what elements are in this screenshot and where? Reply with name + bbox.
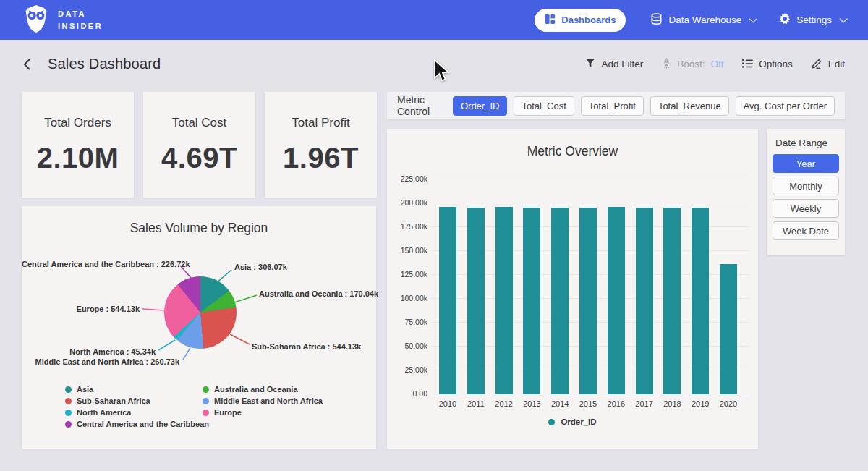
legend-dot-icon [203, 398, 209, 404]
nav-settings-menu[interactable]: Settings [779, 13, 845, 27]
sales-volume-pie-card: Sales Volume by Region Asia : 306.07kAus… [22, 206, 376, 449]
legend-dot-icon [203, 386, 209, 393]
brand: DATA INSIDER [23, 4, 103, 36]
kpi-label: Total Orders [44, 116, 111, 130]
bar-2011[interactable] [467, 208, 485, 394]
kpi-label: Total Profit [292, 116, 349, 130]
y-axis-tick: 75.00k [388, 318, 427, 326]
pie-legend-item: Asia [65, 385, 93, 394]
x-axis-tick: 2016 [600, 399, 632, 408]
pie-slice-label: Europe : 544.13k [22, 305, 140, 313]
boost-toggle[interactable]: Boost: Off [662, 58, 723, 71]
x-axis-tick: 2012 [488, 399, 520, 408]
options-button[interactable]: Options [742, 59, 793, 70]
kpi-card: Total Profit1.96T [265, 92, 377, 198]
bar-2016[interactable] [608, 207, 625, 394]
page-title: Sales Dashboard [48, 56, 161, 72]
bar-chart-title: Metric Overview [387, 144, 758, 159]
date-range-option-year[interactable]: Year [773, 154, 839, 173]
metric-option-avg-cost-per-order[interactable]: Avg. Cost per Order [736, 96, 835, 116]
filter-funnel-icon [585, 58, 595, 70]
owl-logo-icon [23, 4, 49, 36]
metric-overview-bar-card: Metric Overview 0.0025.00k50.00k75.00k10… [387, 129, 758, 449]
metric-option-total-profit[interactable]: Total_Profit [581, 96, 644, 116]
date-range-option-weekly[interactable]: Weekly [773, 199, 839, 218]
bar-2013[interactable] [523, 208, 540, 394]
bar-2017[interactable] [636, 208, 653, 394]
rocket-icon [662, 58, 671, 71]
metric-control-label: Metric Control [397, 94, 443, 117]
x-axis-tick: 2010 [432, 399, 464, 408]
database-icon [650, 13, 663, 27]
chevron-down-icon [749, 14, 757, 22]
legend-dot-icon [548, 419, 555, 425]
bar-2019[interactable] [692, 208, 709, 394]
x-axis-tick: 2015 [572, 399, 604, 408]
bar-chart-plot-area: 0.0025.00k50.00k75.00k100.00k125.00k150.… [432, 169, 749, 394]
date-range-panel: Date Range YearMonthlyWeeklyWeek Date [767, 129, 845, 255]
y-axis-tick: 200.00k [388, 198, 427, 207]
dashboard-grid-icon [545, 14, 556, 27]
pie-slice-label: Central America and the Caribbean : 226.… [22, 260, 174, 268]
kpi-label: Total Cost [172, 116, 227, 130]
edit-button[interactable]: Edit [812, 58, 845, 71]
date-range-label: Date Range [775, 137, 839, 148]
bar-chart-legend: Order_ID [387, 417, 758, 426]
pie-chart[interactable] [164, 276, 237, 349]
add-filter-button[interactable]: Add Filter [585, 58, 643, 70]
date-range-option-monthly[interactable]: Monthly [773, 177, 839, 195]
pie-legend-item: Sub-Saharan Africa [65, 396, 150, 405]
metric-option-total-cost[interactable]: Total_Cost [514, 96, 574, 116]
gridline [432, 203, 749, 203]
list-options-icon [742, 59, 753, 70]
metric-option-total-revenue[interactable]: Total_Revenue [650, 96, 729, 116]
pie-slice-label: Australia and Oceania : 170.04k [259, 289, 378, 298]
nav-data-warehouse-menu[interactable]: Data Warehouse [650, 13, 754, 27]
boost-state: Off [710, 59, 723, 69]
pie-slice-label: North America : 45.34k [22, 347, 156, 356]
legend-label: Order_ID [561, 417, 596, 426]
y-axis-tick: 50.00k [388, 341, 427, 350]
y-axis-tick: 100.00k [388, 294, 427, 302]
x-axis-tick: 2011 [460, 399, 492, 408]
x-axis-tick: 2019 [684, 399, 716, 408]
top-navbar: DATA INSIDER Dashboards Da [0, 0, 868, 40]
x-axis-tick: 2017 [629, 399, 660, 408]
x-axis-tick: 2020 [712, 399, 744, 408]
chevron-down-icon [839, 14, 847, 22]
pie-legend-item: Middle East and North Africa [203, 396, 323, 405]
pie-legend-item: Central America and the Caribbean [65, 420, 209, 428]
y-axis-tick: 175.00k [388, 222, 427, 231]
metric-option-order-id[interactable]: Order_ID [453, 96, 507, 116]
brand-name: DATA INSIDER [58, 8, 103, 32]
bar-2020[interactable] [720, 264, 737, 394]
pencil-icon [812, 58, 822, 71]
pie-legend-item: North America [65, 408, 131, 417]
back-button[interactable] [23, 58, 32, 71]
x-axis-tick: 2013 [516, 399, 548, 408]
kpi-card: Total Orders2.10M [22, 92, 134, 198]
y-axis-tick: 0.00 [388, 389, 427, 398]
y-axis-tick: 225.00k [388, 174, 427, 183]
x-axis-tick: 2018 [656, 399, 688, 408]
legend-dot-icon [65, 410, 72, 416]
kpi-value: 4.69T [161, 142, 237, 174]
y-axis-tick: 25.00k [388, 365, 427, 374]
gear-icon [779, 13, 791, 27]
bar-2018[interactable] [663, 208, 681, 394]
kpi-value: 2.10M [37, 142, 119, 174]
pie-chart-title: Sales Volume by Region [22, 221, 376, 236]
bar-2010[interactable] [439, 207, 456, 394]
legend-dot-icon [65, 421, 72, 428]
x-axis-tick: 2014 [544, 399, 576, 408]
gridline [432, 179, 749, 179]
pie-slice-label: Sub-Saharan Africa : 544.13k [252, 342, 361, 351]
date-range-option-week-date[interactable]: Week Date [773, 221, 839, 240]
bar-2012[interactable] [495, 207, 513, 394]
pie-slice-label: Asia : 306.07k [234, 263, 287, 271]
dashboard-header: Sales Dashboard Add Filter Boost: Off [0, 40, 868, 88]
nav-dashboards-button[interactable]: Dashboards [535, 9, 626, 32]
bar-2015[interactable] [579, 208, 597, 394]
bar-2014[interactable] [551, 208, 569, 394]
legend-dot-icon [65, 386, 72, 393]
